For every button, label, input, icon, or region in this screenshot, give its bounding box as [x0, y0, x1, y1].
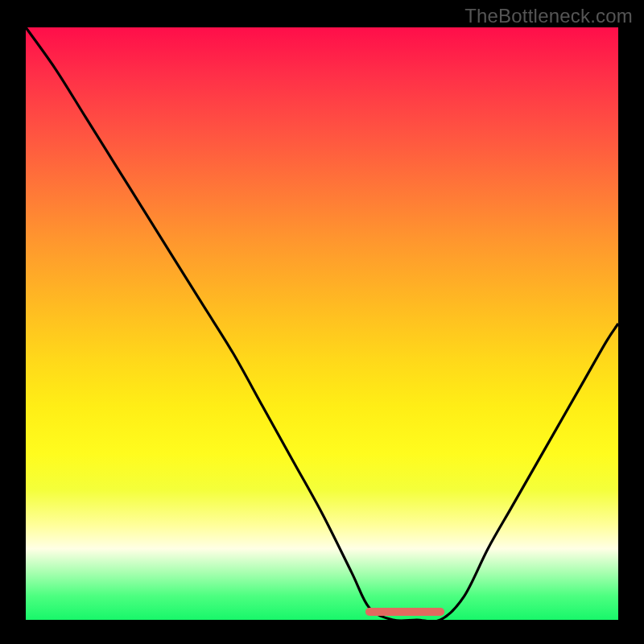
curve-path: [26, 27, 618, 621]
chart-container: TheBottleneck.com: [0, 0, 644, 644]
plot-area: [26, 27, 618, 620]
bottleneck-curve: [26, 27, 618, 620]
watermark-text: TheBottleneck.com: [464, 5, 633, 27]
